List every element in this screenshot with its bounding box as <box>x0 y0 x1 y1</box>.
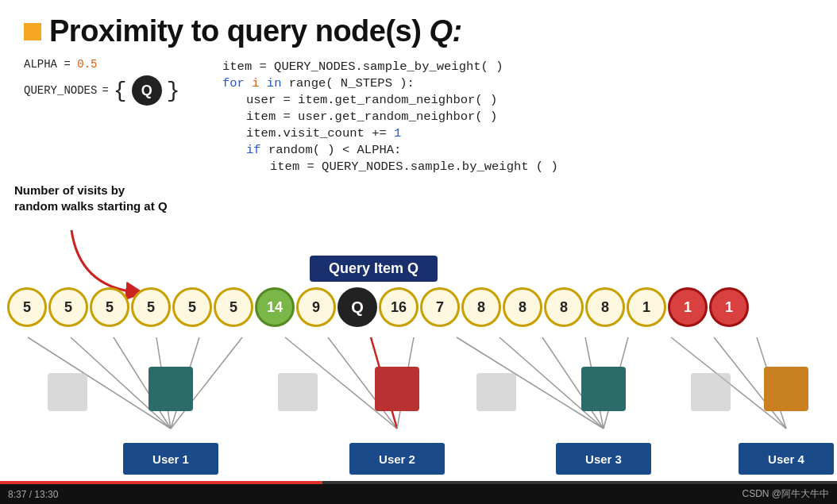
code-line-6: if random( ) < ALPHA: <box>222 143 558 157</box>
node-circle-17: 1 <box>709 287 749 327</box>
title-area: Proximity to query node(s) Q: <box>0 0 837 55</box>
circles-row: 555555149Q1678888111 <box>0 287 837 327</box>
slide-title: Proximity to query node(s) Q: <box>49 14 462 48</box>
query-node-circle: Q <box>132 75 162 106</box>
code-line-7: item = QUERY_NODES.sample.by_weight ( ) <box>222 160 558 174</box>
user-box-2: User 2 <box>349 443 445 475</box>
svg-rect-18 <box>148 367 193 411</box>
node-circle-9: 16 <box>379 287 418 327</box>
svg-rect-21 <box>764 367 808 411</box>
user-box-4: User 4 <box>739 443 834 475</box>
node-circle-8: Q <box>338 287 377 327</box>
code-line-3: user = item.get_random_neighbor( ) <box>222 93 558 107</box>
node-circle-6: 14 <box>255 287 295 327</box>
node-circle-1: 5 <box>48 287 88 327</box>
user-box-1: User 1 <box>123 443 218 475</box>
node-circle-4: 5 <box>172 287 212 327</box>
code-line-1: item = QUERY_NODES.sample_by_weight( ) <box>222 60 558 74</box>
brace-open: { <box>114 79 127 103</box>
node-circle-5: 5 <box>214 287 253 327</box>
query-nodes-label: QUERY_NODES <box>24 84 97 97</box>
alpha-line: ALPHA = 0.5 <box>24 58 206 71</box>
node-circle-11: 8 <box>461 287 501 327</box>
playback-time: 8:37 / 13:30 <box>8 489 58 500</box>
code-line-5: item.visit_count += 1 <box>222 126 558 140</box>
svg-rect-23 <box>278 373 318 411</box>
alpha-value: 0.5 <box>77 58 97 71</box>
query-banner: Query Item Q <box>310 256 438 282</box>
node-circle-0: 5 <box>7 287 47 327</box>
watermark: CSDN @阿牛大牛中 <box>742 487 829 501</box>
svg-rect-24 <box>476 373 516 411</box>
svg-rect-22 <box>48 373 87 411</box>
svg-rect-20 <box>581 367 626 411</box>
node-circle-14: 8 <box>585 287 625 327</box>
left-code: ALPHA = 0.5 QUERY_NODES = { Q } <box>24 58 206 106</box>
annotation-area: Number of visits byrandom walks starting… <box>14 183 173 214</box>
code-line-2: for i in range( N_STEPS ): <box>222 76 558 90</box>
alpha-label: ALPHA <box>24 58 57 71</box>
code-line-4: item = user.get_random_neighbor( ) <box>222 110 558 124</box>
svg-rect-19 <box>375 367 419 411</box>
node-circle-3: 5 <box>131 287 171 327</box>
progress-bar-outer[interactable] <box>0 481 837 484</box>
brace-close: } <box>167 79 180 103</box>
node-circle-13: 8 <box>544 287 584 327</box>
node-circle-16: 1 <box>668 287 708 327</box>
node-circle-15: 1 <box>627 287 666 327</box>
node-circle-7: 9 <box>296 287 336 327</box>
code-section: ALPHA = 0.5 QUERY_NODES = { Q } item = Q… <box>0 58 837 174</box>
node-circle-10: 7 <box>420 287 460 327</box>
right-code: item = QUERY_NODES.sample_by_weight( ) f… <box>222 58 558 174</box>
svg-rect-25 <box>691 373 731 411</box>
user-box-3: User 3 <box>556 443 651 475</box>
annotation-text: Number of visits byrandom walks starting… <box>14 183 173 214</box>
node-circle-2: 5 <box>90 287 129 327</box>
progress-bar-inner <box>0 481 322 484</box>
title-square-icon <box>24 23 41 40</box>
slide: Proximity to query node(s) Q: ALPHA = 0.… <box>0 0 837 484</box>
node-circle-12: 8 <box>503 287 542 327</box>
query-nodes-row: QUERY_NODES = { Q } <box>24 75 206 106</box>
bottom-bar: 8:37 / 13:30 CSDN @阿牛大牛中 <box>0 484 837 504</box>
